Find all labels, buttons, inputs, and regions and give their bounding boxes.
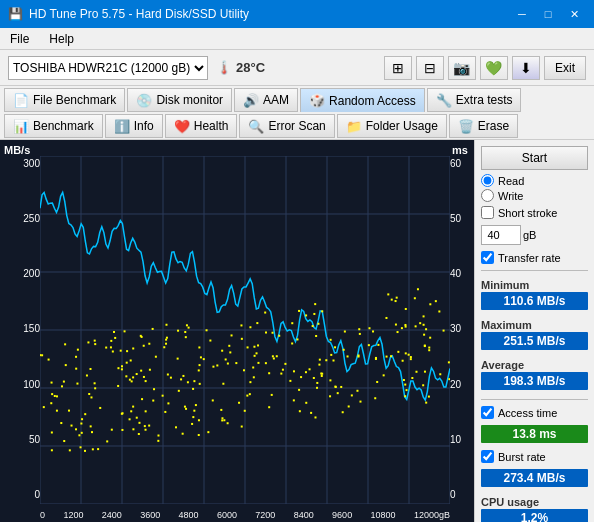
thermometer-icon: 🌡️ [216, 60, 232, 75]
y-axis-label: MB/s [4, 144, 30, 156]
tab-disk-monitor[interactable]: 💿 Disk monitor [127, 88, 232, 112]
write-radio-label[interactable]: Write [481, 189, 588, 202]
icon-btn-download[interactable]: ⬇ [512, 56, 540, 80]
tab-file-benchmark[interactable]: 📄 File Benchmark [4, 88, 125, 112]
chart-area: MB/s ms 300 250 200 150 100 50 0 60 50 4… [0, 140, 474, 522]
y2-label-50: 50 [450, 213, 472, 224]
menu-help[interactable]: Help [45, 30, 78, 48]
tab-extra-tests[interactable]: 🔧 Extra tests [427, 88, 522, 112]
y2-axis-label: ms [452, 144, 468, 156]
cpu-usage-section: CPU usage 1.2% [481, 496, 588, 522]
tab-info-label: Info [134, 119, 154, 133]
tab-random-access-label: Random Access [329, 94, 416, 108]
tab-error-scan[interactable]: 🔍 Error Scan [239, 114, 334, 138]
file-benchmark-icon: 📄 [13, 93, 29, 108]
spin-unit: gB [523, 229, 536, 241]
x-label-3600: 3600 [140, 510, 160, 520]
x-label-6000: 6000 [217, 510, 237, 520]
average-value: 198.3 MB/s [481, 372, 588, 390]
y2-label-60: 60 [450, 158, 472, 169]
maximum-section: Maximum 251.5 MB/s [481, 319, 588, 353]
maximum-label: Maximum [481, 319, 588, 331]
temperature-value: 28°C [236, 60, 265, 75]
short-stroke-text: Short stroke [498, 207, 557, 219]
x-label-2400: 2400 [102, 510, 122, 520]
burst-rate-section: 273.4 MB/s [481, 469, 588, 490]
toolbar: TOSHIBA HDWR21C (12000 gB) 🌡️ 28°C ⊞ ⊟ 📷… [0, 50, 594, 86]
access-time-checkbox[interactable] [481, 406, 494, 419]
x-label-10800: 10800 [371, 510, 396, 520]
title-bar-controls: ─ □ ✕ [510, 4, 586, 24]
minimum-value: 110.6 MB/s [481, 292, 588, 310]
tab-file-benchmark-label: File Benchmark [33, 93, 116, 107]
right-panel: Start Read Write Short stroke gB Transfe… [474, 140, 594, 522]
icon-btn-1[interactable]: ⊞ [384, 56, 412, 80]
y-label-200: 200 [4, 268, 40, 279]
burst-rate-label[interactable]: Burst rate [481, 450, 588, 463]
x-label-0: 0 [40, 510, 45, 520]
average-label: Average [481, 359, 588, 371]
title-bar: 💾 HD Tune Pro 5.75 - Hard Disk/SSD Utili… [0, 0, 594, 28]
menu-bar: File Help [0, 28, 594, 50]
read-write-group: Read Write [481, 174, 588, 202]
access-time-text: Access time [498, 407, 557, 419]
access-time-value: 13.8 ms [481, 425, 588, 443]
short-stroke-label[interactable]: Short stroke [481, 206, 588, 219]
x-label-7200: 7200 [255, 510, 275, 520]
icon-btn-4[interactable]: 💚 [480, 56, 508, 80]
write-radio[interactable] [481, 189, 494, 202]
read-radio[interactable] [481, 174, 494, 187]
tab-health[interactable]: ❤️ Health [165, 114, 238, 138]
y-label-100: 100 [4, 379, 40, 390]
health-icon: ❤️ [174, 119, 190, 134]
exit-button[interactable]: Exit [544, 56, 586, 80]
info-icon: ℹ️ [114, 119, 130, 134]
tab-folder-usage-label: Folder Usage [366, 119, 438, 133]
maximum-value: 251.5 MB/s [481, 332, 588, 350]
icon-btn-2[interactable]: ⊟ [416, 56, 444, 80]
tab-health-label: Health [194, 119, 229, 133]
read-label: Read [498, 175, 524, 187]
erase-icon: 🗑️ [458, 119, 474, 134]
burst-rate-value: 273.4 MB/s [481, 469, 588, 487]
y-label-0: 0 [4, 489, 40, 500]
tab-random-access[interactable]: 🎲 Random Access [300, 88, 425, 112]
tab-erase-label: Erase [478, 119, 509, 133]
cpu-usage-value: 1.2% [481, 509, 588, 522]
y2-label-30: 30 [450, 323, 472, 334]
divider-2 [481, 399, 588, 400]
start-button[interactable]: Start [481, 146, 588, 170]
tab-info[interactable]: ℹ️ Info [105, 114, 163, 138]
tab-aam-label: AAM [263, 93, 289, 107]
toolbar-icons: ⊞ ⊟ 📷 💚 ⬇ Exit [384, 56, 586, 80]
close-button[interactable]: ✕ [562, 4, 586, 24]
maximize-button[interactable]: □ [536, 4, 560, 24]
access-time-label[interactable]: Access time [481, 406, 588, 419]
transfer-rate-label[interactable]: Transfer rate [481, 251, 588, 264]
y2-label-20: 20 [450, 379, 472, 390]
y2-label-40: 40 [450, 268, 472, 279]
folder-usage-icon: 📁 [346, 119, 362, 134]
disk-selector[interactable]: TOSHIBA HDWR21C (12000 gB) [8, 56, 208, 80]
menu-file[interactable]: File [6, 30, 33, 48]
read-radio-label[interactable]: Read [481, 174, 588, 187]
icon-btn-camera[interactable]: 📷 [448, 56, 476, 80]
short-stroke-checkbox[interactable] [481, 206, 494, 219]
extra-tests-icon: 🔧 [436, 93, 452, 108]
burst-rate-checkbox[interactable] [481, 450, 494, 463]
tab-benchmark[interactable]: 📊 Benchmark [4, 114, 103, 138]
app-icon: 💾 [8, 7, 23, 21]
minimize-button[interactable]: ─ [510, 4, 534, 24]
spin-row: gB [481, 225, 588, 245]
cpu-usage-label: CPU usage [481, 496, 588, 508]
tab-folder-usage[interactable]: 📁 Folder Usage [337, 114, 447, 138]
tab-erase[interactable]: 🗑️ Erase [449, 114, 518, 138]
spin-input[interactable] [481, 225, 521, 245]
average-section: Average 198.3 MB/s [481, 359, 588, 393]
error-scan-icon: 🔍 [248, 119, 264, 134]
access-time-section: 13.8 ms [481, 425, 588, 446]
benchmark-icon: 📊 [13, 119, 29, 134]
tab-aam[interactable]: 🔊 AAM [234, 88, 298, 112]
disk-monitor-icon: 💿 [136, 93, 152, 108]
transfer-rate-checkbox[interactable] [481, 251, 494, 264]
